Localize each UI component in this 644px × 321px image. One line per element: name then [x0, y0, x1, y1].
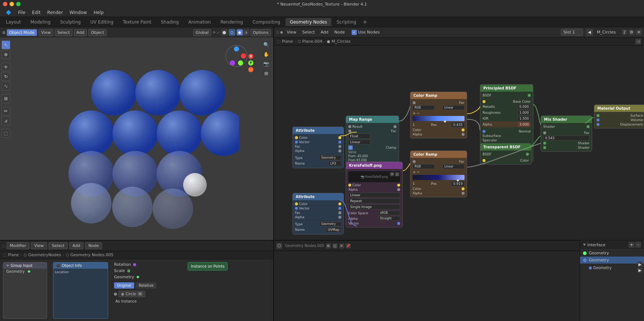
bl-select[interactable]: Select: [49, 242, 68, 249]
gn-pin[interactable]: 📌: [346, 243, 351, 248]
attr1-type[interactable]: Geometry: [319, 155, 341, 160]
add-workspace-button[interactable]: +: [362, 18, 369, 26]
cr1-remove[interactable]: −: [416, 111, 419, 115]
collapse-sidebar[interactable]: ◁: [635, 39, 641, 45]
xray-toggle[interactable]: ◻: [229, 29, 235, 36]
pb-ior[interactable]: 1.500: [517, 116, 531, 121]
object-menu[interactable]: Object: [88, 29, 107, 36]
pan-button[interactable]: ✋: [262, 50, 270, 58]
scale-tool[interactable]: ⤡: [1, 82, 10, 91]
gn-browse[interactable]: ◫: [332, 243, 338, 248]
tab-uv-editing[interactable]: UV Editing: [86, 18, 118, 26]
solid-shading[interactable]: ●: [237, 29, 243, 35]
menu-help[interactable]: Help: [90, 9, 106, 16]
ne-add-menu[interactable]: Add: [319, 29, 331, 35]
cursor-tool[interactable]: ⊕: [1, 50, 10, 59]
pb-roughness[interactable]: 1.000: [517, 110, 531, 115]
minimize-button[interactable]: [10, 2, 14, 6]
fullscreen-button[interactable]: [16, 2, 21, 6]
pb-alpha[interactable]: 3.000: [517, 122, 531, 127]
move-tool[interactable]: ✛: [1, 63, 10, 71]
select-menu[interactable]: Select: [55, 29, 72, 36]
gn-close[interactable]: ✕: [339, 243, 344, 248]
cr2-ramp[interactable]: [413, 175, 465, 180]
ne-canvas[interactable]: Attribute Color Vector Fac Alpha TypeGeo…: [274, 46, 644, 240]
interface-remove[interactable]: -: [635, 242, 641, 248]
kf-alpha[interactable]: Straight: [378, 216, 400, 221]
cr2-add[interactable]: +: [413, 170, 416, 174]
red-dot[interactable]: [248, 67, 253, 72]
options-button[interactable]: Options: [250, 29, 271, 36]
tab-animation[interactable]: Animation: [184, 18, 215, 26]
measure-tool[interactable]: ⊿: [1, 116, 10, 125]
select-tool[interactable]: ↖: [1, 40, 10, 49]
menu-blender[interactable]: 🔷: [3, 9, 14, 16]
material-users[interactable]: 2: [622, 29, 627, 35]
bl-bc-geonodes[interactable]: GeometryNodes: [28, 253, 61, 257]
interface-item-0[interactable]: Geometry: [580, 250, 644, 257]
tab-geometry-nodes[interactable]: Geometry Nodes: [285, 18, 331, 26]
kf-browse[interactable]: ◫: [395, 172, 399, 176]
menu-render[interactable]: Render: [44, 9, 66, 16]
cr2-rgb[interactable]: RGB: [413, 164, 435, 169]
bc-plane[interactable]: Plane: [282, 39, 293, 44]
cr2-remove[interactable]: −: [416, 170, 419, 174]
tab-layout[interactable]: Layout: [1, 18, 25, 26]
kf-reload[interactable]: ⟳: [390, 172, 394, 176]
x-axis-dot[interactable]: [241, 53, 246, 59]
kf-colorspace[interactable]: sRGB: [378, 211, 400, 215]
tab-sculpting[interactable]: Sculpting: [56, 18, 85, 26]
bc-mcircles[interactable]: M_Circles: [332, 39, 351, 44]
menu-window[interactable]: Window: [67, 9, 90, 16]
tab-modeling[interactable]: Modeling: [26, 18, 55, 26]
interface-item-1[interactable]: Geometry: [580, 257, 644, 264]
ms-fac[interactable]: 0.543: [543, 135, 590, 141]
cr1-pos-value[interactable]: 0.435: [451, 122, 465, 127]
if-expand-1[interactable]: ▶: [637, 268, 643, 273]
view-perspective-button[interactable]: ⊞: [262, 69, 270, 77]
is-collapse[interactable]: [583, 244, 586, 246]
mr-linear[interactable]: Linear: [348, 140, 370, 145]
bl-view[interactable]: View: [31, 242, 47, 249]
modifier-dropdown[interactable]: Modifier: [7, 242, 29, 249]
tab-texture-paint[interactable]: Texture Paint: [118, 18, 156, 26]
bl-add[interactable]: Add: [69, 242, 83, 249]
circle-tag-close[interactable]: ✕: [138, 292, 143, 296]
cr2-linear[interactable]: Linear: [442, 164, 465, 169]
attr1-name[interactable]: LP2: [328, 161, 341, 166]
instance-on-points-node[interactable]: Instance on Points: [188, 262, 228, 271]
tab-scripting[interactable]: Scripting: [332, 18, 360, 26]
ne-view-menu[interactable]: View: [285, 29, 299, 35]
cr1-rgb[interactable]: RGB: [413, 105, 435, 110]
if-expand-0[interactable]: ▶: [637, 262, 643, 267]
camera-button[interactable]: 📷: [262, 60, 270, 68]
y-sphere[interactable]: Y: [248, 60, 253, 66]
kf-single[interactable]: Single Image: [348, 204, 400, 209]
ne-node-menu[interactable]: Node: [332, 29, 347, 35]
rotate-tool[interactable]: ↻: [1, 72, 10, 81]
original-tab[interactable]: Original: [114, 282, 134, 289]
cr1-ramp[interactable]: [413, 116, 465, 121]
menu-edit[interactable]: Edit: [29, 9, 43, 16]
mr-clamp[interactable]: ✓: [348, 145, 353, 150]
attr2-name[interactable]: UVMap: [326, 227, 341, 232]
kf-linear[interactable]: Linear: [348, 193, 400, 198]
relative-tab[interactable]: Relative: [136, 282, 156, 289]
gn-settings[interactable]: ⚙: [326, 243, 331, 248]
pb-metallic[interactable]: 0.000: [517, 104, 531, 109]
overlay-toggle[interactable]: ⬤: [221, 29, 228, 36]
view-menu[interactable]: View: [39, 29, 53, 36]
add-menu[interactable]: Add: [74, 29, 87, 36]
br-icon[interactable]: ⬡: [276, 243, 282, 249]
bc-plane004[interactable]: Plane.004: [302, 39, 323, 44]
menu-file[interactable]: File: [15, 9, 28, 16]
x-sphere[interactable]: X: [248, 54, 253, 59]
bl-bc-plane[interactable]: Plane: [8, 253, 19, 257]
global-dropdown[interactable]: Global: [193, 29, 211, 36]
material-settings[interactable]: ⚙: [629, 29, 634, 35]
material-shading[interactable]: ◑: [243, 29, 249, 35]
viewport-canvas[interactable]: ↖ ⊕ ✛ ↻ ⤡ ⊞ ✏ ⊿ ⬚ 🔍 ✋ 📷 ⊞: [0, 38, 273, 240]
tab-rendering[interactable]: Rendering: [216, 18, 247, 26]
material-prev[interactable]: ◀: [586, 29, 593, 36]
tab-compositing[interactable]: Compositing: [248, 18, 285, 26]
